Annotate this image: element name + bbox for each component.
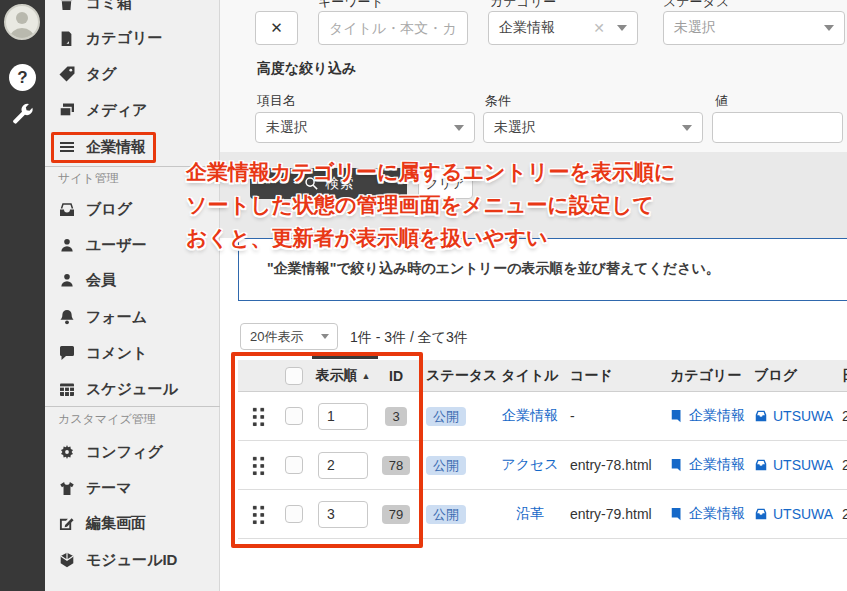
category-link[interactable]: 企業情報 [689,505,745,523]
user-icon [58,237,75,254]
status-selected-value: 未選択 [664,19,824,37]
status-label: ステータス [663,0,729,11]
sidebar-item-edit-screen[interactable]: 編集画面 [58,511,146,535]
sidebar-divider [45,406,220,407]
sidebar-item-schedule[interactable]: スケジュール [58,377,178,401]
trash-icon [58,0,75,12]
column-header-title[interactable]: タイトル [500,367,560,385]
status-select[interactable]: 未選択 [663,11,845,45]
entry-title-link[interactable]: アクセス [501,456,558,474]
category-select[interactable]: 企業情報 ✕ [488,11,638,45]
entry-code: entry-78.html [570,457,652,473]
condition-selected-value: 未選択 [484,119,682,137]
tag-icon [58,66,75,83]
app-bar: ? [0,0,45,591]
close-filter-button[interactable]: ✕ [255,11,298,45]
wrench-button[interactable] [10,102,35,127]
close-icon: ✕ [270,19,283,37]
chevron-down-icon [321,334,329,339]
chevron-down-icon [454,125,464,131]
sidebar-item-module-id[interactable]: モジュールID [58,548,177,572]
sidebar-item-blog[interactable]: ブログ [58,197,132,221]
sidebar-item-users[interactable]: ユーザー [58,233,147,257]
sidebar-item-form[interactable]: フォーム [58,305,147,329]
per-page-value: 20件表示 [241,328,321,346]
entry-title-link[interactable]: 企業情報 [502,407,558,425]
blog-icon [754,507,768,521]
annotation-text-line3: おくと、更新者が表示順を扱いやすい [186,224,547,252]
page-icon [58,30,75,47]
column-header-category[interactable]: カテゴリー [664,367,752,385]
status-badge: 公開 [426,456,466,475]
edit-icon [58,515,75,532]
sidebar: ゴミ箱 カテゴリー タグ メディア 企業情報 サイト管理 ブログ ユーザー 会員… [45,0,220,591]
blog-link[interactable]: UTSUWA [773,457,833,473]
entry-date: 2 [842,506,847,522]
field-name-selected-value: 未選択 [256,119,454,137]
value-input[interactable] [713,120,842,136]
column-header-code[interactable]: コード [560,367,664,385]
advanced-filter-heading: 高度な絞り込み [257,60,356,78]
comment-icon [58,345,75,362]
status-badge: 公開 [426,505,466,524]
sidebar-item-tag[interactable]: タグ [58,62,117,86]
sidebar-section-site: サイト管理 [58,170,119,187]
sidebar-item-members[interactable]: 会員 [58,268,116,292]
media-icon [58,102,75,119]
keyword-input[interactable] [319,20,467,36]
calendar-icon [58,381,75,398]
user-avatar-icon [6,6,38,38]
gear-icon [58,444,75,461]
category-icon [670,507,684,521]
blog-icon [754,409,768,423]
category-selected-value: 企業情報 [489,19,593,37]
category-label: カテゴリー [490,0,556,11]
help-icon: ? [17,68,27,88]
category-link[interactable]: 企業情報 [689,456,745,474]
remove-category-icon[interactable]: ✕ [593,20,605,36]
column-header-blog[interactable]: ブログ [752,367,838,385]
value-field[interactable] [712,112,843,143]
chevron-down-icon [824,25,834,31]
column-header-status[interactable]: ステータス [416,367,500,385]
sidebar-item-media[interactable]: メディア [58,98,147,122]
column-header-date[interactable]: 日 [838,367,847,385]
annotation-box-menu [51,132,156,163]
field-name-label: 項目名 [257,92,296,110]
keyword-label: キーワード [318,0,384,11]
per-page-select[interactable]: 20件表示 [240,323,338,350]
sidebar-item-trash[interactable]: ゴミ箱 [58,0,132,15]
entry-code: - [570,408,575,424]
chevron-down-icon [617,25,627,31]
category-link[interactable]: 企業情報 [689,407,745,425]
sidebar-item-comment[interactable]: コメント [58,341,147,365]
sidebar-item-category[interactable]: カテゴリー [58,26,162,50]
avatar[interactable] [4,4,40,40]
user-icon [58,272,75,289]
sidebar-section-customize: カスタマイズ管理 [58,411,156,428]
tshirt-icon [58,480,75,497]
annotation-text-line1: 企業情報カテゴリーに属するエントリーを表示順に [186,158,675,186]
help-button[interactable]: ? [9,64,36,91]
category-icon [670,458,684,472]
entry-code: entry-79.html [570,506,652,522]
blog-link[interactable]: UTSUWA [773,408,833,424]
sort-notice-message: "企業情報"で絞り込み時のエントリーの表示順を並び替えてください。 [267,260,720,278]
result-count-text: 1件 - 3件 / 全て3件 [350,329,468,347]
chevron-down-icon [682,125,692,131]
condition-select[interactable]: 未選択 [483,112,703,143]
field-name-select[interactable]: 未選択 [255,112,475,143]
entry-date: 2 [842,457,847,473]
keyword-field[interactable] [318,11,468,45]
entry-date: 2 [842,408,847,424]
inbox-icon [58,201,75,218]
sidebar-item-config[interactable]: コンフィグ [58,440,163,464]
wrench-icon [10,102,35,127]
blog-link[interactable]: UTSUWA [773,506,833,522]
bell-icon [58,309,75,326]
cube-icon [58,552,75,569]
value-label: 値 [715,92,728,110]
condition-label: 条件 [485,92,511,110]
entry-title-link[interactable]: 沿革 [516,505,544,523]
sidebar-item-theme[interactable]: テーマ [58,476,132,500]
